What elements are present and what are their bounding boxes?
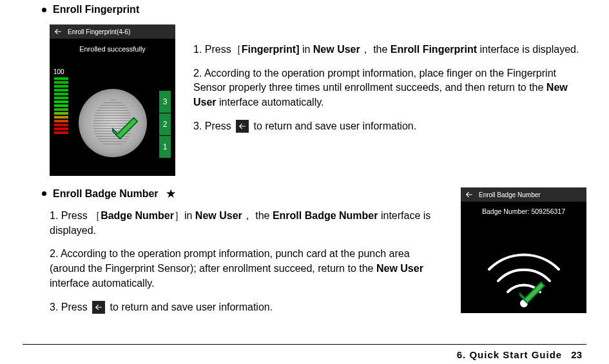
- check-icon: [517, 280, 547, 309]
- count-2: 2: [159, 113, 171, 135]
- s2-step3: 3. Press to return and save user informa…: [50, 300, 438, 315]
- footer-page: 23: [571, 349, 582, 360]
- footer-divider: [23, 344, 586, 345]
- section-heading-enroll-fingerprint: Enroll Fingerprint: [42, 4, 586, 15]
- back-button-icon: [236, 120, 249, 133]
- heading-text: Enroll Fingerprint: [53, 4, 139, 15]
- fp-side-counts: 3 2 1: [159, 90, 171, 158]
- s1-step3: 3. Press to return and save user informa…: [193, 119, 586, 134]
- page-footer: 6. Quick Start Guide 23: [457, 349, 582, 360]
- back-arrow-icon: [53, 27, 63, 36]
- badge-screenshot: Enroll Badge Number Badge Number: 509256…: [461, 187, 586, 313]
- count-1: 1: [159, 136, 171, 158]
- section-heading-enroll-badge: Enroll Badge Number ★: [42, 187, 438, 200]
- count-3: 3: [159, 91, 171, 113]
- footer-chapter: 6. Quick Start Guide: [457, 349, 562, 360]
- fingerprint-screenshot: Enroll Fingerprint(4-6) Enrolled success…: [50, 24, 175, 176]
- s1-step1: 1. Press［Fingerprint] in New User， the E…: [193, 43, 586, 57]
- bullet-icon: [42, 8, 46, 12]
- back-button-icon: [92, 301, 105, 314]
- fp-titlebar: Enroll Fingerprint(4-6): [50, 24, 175, 39]
- bd-badge-number: Badge Number: 509256317: [461, 202, 586, 218]
- check-icon: [110, 115, 140, 145]
- back-arrow-icon: [465, 190, 474, 199]
- s2-step2: 2. According to the operation prompt inf…: [50, 247, 438, 291]
- fp-meter-bars: [54, 77, 68, 134]
- bullet-icon: [42, 191, 46, 196]
- fp-meter-max: 100: [53, 68, 64, 75]
- bd-title-text: Enroll Badge Number: [479, 191, 541, 198]
- bd-titlebar: Enroll Badge Number: [461, 187, 586, 202]
- fp-title-text: Enroll Fingerprint(4-6): [68, 28, 130, 35]
- star-icon: ★: [166, 187, 175, 200]
- s1-step2: 2. According to the operation prompt inf…: [193, 66, 586, 110]
- heading-text: Enroll Badge Number: [53, 188, 159, 200]
- fp-status-text: Enrolled successfully: [50, 39, 175, 58]
- s2-step1: 1. Press ［Badge Number］in New User， the …: [50, 209, 438, 238]
